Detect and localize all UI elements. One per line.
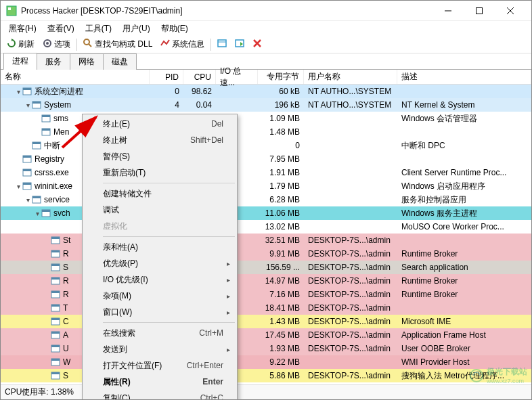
- svg-rect-16: [23, 88, 31, 90]
- refresh-button[interactable]: 刷新: [3, 37, 38, 51]
- cell-desc: Windows 会话管理器: [397, 112, 531, 125]
- menu-separator: [103, 322, 235, 323]
- search-icon: [83, 39, 93, 50]
- menu-item[interactable]: 属性(R)Enter: [84, 374, 236, 390]
- col-desc[interactable]: 描述: [397, 70, 531, 84]
- menu-item[interactable]: 亲和性(A): [84, 239, 236, 255]
- cell-desc: Client Server Runtime Proc...: [397, 167, 531, 178]
- cell-desc: [397, 307, 531, 309]
- cell-desc: Windows 服务主进程: [397, 207, 531, 220]
- table-row[interactable]: ▾wininit.exe1.79 MBWindows 启动应用程序: [1, 179, 531, 193]
- tree-toggle[interactable]: ▾: [24, 196, 32, 204]
- options-button[interactable]: 选项: [39, 37, 74, 51]
- menu-item-hotkey: Del: [211, 119, 223, 129]
- menu-item[interactable]: 优先级(P): [84, 255, 236, 271]
- table-row[interactable]: ▾系统空闲进程098.6260 kBNT AUTHO...\SYSTEM: [1, 85, 531, 98]
- cell-user: [304, 172, 397, 173]
- window-go-button[interactable]: [231, 37, 248, 51]
- menu-view[interactable]: 查看(V): [42, 22, 80, 36]
- table-row[interactable]: ▾svch11.06 MBWindows 服务主进程: [1, 206, 531, 220]
- tree-toggle[interactable]: ▾: [24, 102, 32, 109]
- table-row[interactable]: S156.59 ...DESKTOP-7S...\adminSearch app…: [1, 261, 531, 274]
- window-find-button[interactable]: [214, 37, 230, 51]
- cell-priv: 9.91 MB: [258, 248, 304, 259]
- cell-pid: 0: [150, 86, 183, 97]
- menu-item[interactable]: 重新启动(T): [84, 164, 236, 181]
- menu-help[interactable]: 帮助(E): [156, 22, 194, 36]
- col-user[interactable]: 用户名称: [304, 70, 397, 84]
- find-handles-label: 查找句柄或 DLL: [95, 39, 152, 50]
- cell-user: [304, 213, 397, 214]
- table-row[interactable]: A17.45 MBDESKTOP-7S...\adminApplication …: [1, 328, 531, 342]
- col-io[interactable]: I/O 总速...: [216, 70, 258, 84]
- process-icon: [41, 114, 51, 123]
- svg-rect-44: [51, 291, 60, 293]
- process-name: svch: [53, 208, 70, 218]
- menu-item[interactable]: 复制(C)Ctrl+C: [84, 390, 236, 400]
- svg-rect-48: [51, 318, 60, 320]
- col-cpu[interactable]: CPU: [183, 70, 216, 84]
- table-row[interactable]: ▾System40.04196 kBNT AUTHO...\SYSTEMNT K…: [1, 98, 531, 112]
- menu-tools[interactable]: 工具(T): [80, 22, 117, 36]
- cell-user: [304, 131, 397, 133]
- col-pid[interactable]: PID: [150, 70, 183, 84]
- table-row[interactable]: ▾service6.28 MB服务和控制器应用: [1, 193, 531, 206]
- menu-hacker[interactable]: 黑客(H): [3, 22, 42, 36]
- process-icon: [51, 344, 60, 353]
- maximize-button[interactable]: [464, 1, 495, 21]
- menu-item[interactable]: 窗口(W): [84, 304, 236, 320]
- menu-item[interactable]: 在线搜索Ctrl+M: [84, 325, 236, 341]
- table-row[interactable]: csrss.exe1.91 MBClient Server Runtime Pr…: [1, 166, 531, 179]
- menu-item[interactable]: 调试: [84, 202, 236, 218]
- table-row[interactable]: Registry7.95 MB: [1, 152, 531, 166]
- menu-item[interactable]: 暂停(S): [84, 148, 236, 164]
- menu-item[interactable]: 打开文件位置(F)Ctrl+Enter: [84, 357, 236, 374]
- tab-services[interactable]: 服务: [37, 53, 70, 70]
- tab-network[interactable]: 网络: [70, 53, 104, 70]
- menu-users[interactable]: 用户(U): [117, 22, 156, 36]
- table-row[interactable]: T18.41 MBDESKTOP-7S...\admin: [1, 301, 531, 315]
- tree-toggle[interactable]: ▾: [14, 183, 22, 190]
- column-headers: 名称 PID CPU I/O 总速... 专用字节 用户名称 描述: [1, 70, 531, 85]
- table-row[interactable]: W9.22 MBWMI Provider Host: [1, 355, 531, 369]
- chart-icon: [160, 39, 170, 50]
- close-button[interactable]: [495, 1, 526, 21]
- menu-item[interactable]: 创建转储文件: [84, 185, 236, 202]
- table-row[interactable]: S5.86 MBDESKTOP-7S...\admin搜狗输入法 Metro代理…: [1, 369, 531, 382]
- kill-button[interactable]: [249, 37, 265, 51]
- menu-item[interactable]: 终止(E)Del: [84, 116, 236, 132]
- table-row[interactable]: R7.16 MBDESKTOP-7S...\adminRuntime Broke…: [1, 288, 531, 301]
- tab-processes[interactable]: 进程: [3, 53, 37, 70]
- col-name[interactable]: 名称: [1, 70, 150, 84]
- window-icon: [217, 39, 227, 50]
- table-row[interactable]: C1.43 MBDESKTOP-7S...\adminMicrosoft IME: [1, 315, 531, 328]
- process-icon: [22, 154, 32, 164]
- menu-item-hotkey: Ctrl+M: [199, 328, 223, 338]
- tab-disk[interactable]: 磁盘: [103, 53, 137, 70]
- menu-item[interactable]: 杂项(M): [84, 288, 236, 304]
- find-handles-button[interactable]: 查找句柄或 DLL: [80, 37, 156, 51]
- cell-priv: 1.93 MB: [258, 343, 304, 354]
- tree-toggle[interactable]: ▾: [14, 88, 22, 95]
- table-row[interactable]: St32.51 MBDESKTOP-7S...\admin: [1, 234, 531, 247]
- menu-item[interactable]: 发送到: [84, 341, 236, 357]
- process-icon: [32, 100, 41, 110]
- table-row[interactable]: U1.93 MBDESKTOP-7S...\adminUser OOBE Bro…: [1, 342, 531, 355]
- svg-rect-56: [51, 372, 60, 374]
- process-icon: [22, 168, 32, 177]
- tree-toggle[interactable]: ▾: [33, 210, 41, 217]
- table-row[interactable]: R9.91 MBDESKTOP-7S...\adminRuntime Broke…: [1, 247, 531, 261]
- refresh-icon: [7, 39, 16, 50]
- minimize-button[interactable]: [433, 1, 464, 21]
- col-priv[interactable]: 专用字节: [258, 70, 304, 84]
- cell-desc: [397, 131, 531, 133]
- process-name: S: [63, 371, 68, 380]
- table-row[interactable]: R14.97 MBDESKTOP-7S...\adminRuntime Brok…: [1, 274, 531, 288]
- cell-priv: 7.95 MB: [258, 154, 304, 164]
- table-row[interactable]: 13.02 MBMoUSO Core Worker Proc...: [1, 220, 531, 234]
- sysinfo-button[interactable]: 系统信息: [157, 37, 208, 51]
- svg-rect-20: [42, 115, 50, 117]
- menu-item-label: 虚拟化: [103, 221, 127, 232]
- menu-item[interactable]: 终止树Shift+Del: [84, 132, 236, 148]
- menu-item[interactable]: I/O 优先级(I): [84, 271, 236, 288]
